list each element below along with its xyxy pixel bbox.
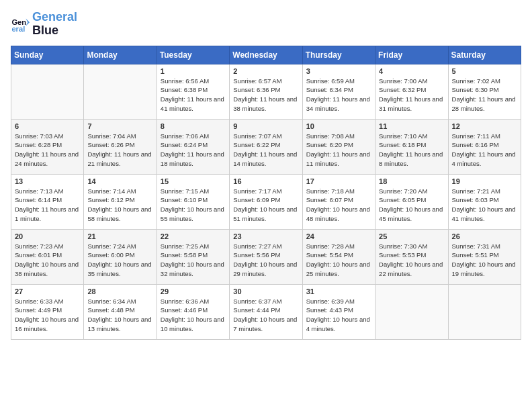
- day-info: Sunrise: 7:11 AM Sunset: 6:16 PM Dayligh…: [452, 132, 517, 169]
- day-number: 30: [233, 287, 298, 295]
- weekday-header-row: SundayMondayTuesdayWednesdayThursdayFrid…: [11, 46, 521, 64]
- day-number: 20: [15, 232, 80, 240]
- day-number: 15: [161, 177, 226, 185]
- day-number: 2: [233, 67, 298, 75]
- day-info: Sunrise: 7:08 AM Sunset: 6:20 PM Dayligh…: [306, 132, 371, 169]
- calendar-week-row: 1Sunrise: 6:56 AM Sunset: 6:38 PM Daylig…: [11, 64, 521, 119]
- calendar-week-row: 27Sunrise: 6:33 AM Sunset: 4:49 PM Dayli…: [11, 284, 521, 339]
- calendar-cell: 24Sunrise: 7:28 AM Sunset: 5:54 PM Dayli…: [302, 229, 375, 284]
- day-info: Sunrise: 7:30 AM Sunset: 5:53 PM Dayligh…: [379, 242, 444, 279]
- day-info: Sunrise: 6:34 AM Sunset: 4:48 PM Dayligh…: [87, 297, 152, 334]
- day-info: Sunrise: 7:27 AM Sunset: 5:56 PM Dayligh…: [233, 242, 298, 279]
- day-number: 22: [161, 232, 226, 240]
- calendar-cell: 13Sunrise: 7:13 AM Sunset: 6:14 PM Dayli…: [11, 174, 84, 229]
- day-number: 29: [161, 287, 226, 295]
- svg-text:eral: eral: [11, 25, 25, 33]
- logo-text: GeneralBlue: [32, 11, 77, 38]
- weekday-header: Sunday: [11, 46, 84, 64]
- day-info: Sunrise: 7:04 AM Sunset: 6:26 PM Dayligh…: [87, 132, 152, 169]
- day-info: Sunrise: 7:17 AM Sunset: 6:09 PM Dayligh…: [233, 187, 298, 224]
- day-info: Sunrise: 7:23 AM Sunset: 6:01 PM Dayligh…: [15, 242, 80, 279]
- day-info: Sunrise: 6:39 AM Sunset: 4:43 PM Dayligh…: [306, 297, 371, 334]
- day-info: Sunrise: 7:13 AM Sunset: 6:14 PM Dayligh…: [15, 187, 80, 224]
- day-number: 12: [452, 122, 517, 130]
- calendar-cell: [375, 284, 448, 339]
- calendar-week-row: 6Sunrise: 7:03 AM Sunset: 6:28 PM Daylig…: [11, 119, 521, 174]
- calendar-cell: 2Sunrise: 6:57 AM Sunset: 6:36 PM Daylig…: [230, 64, 302, 119]
- day-info: Sunrise: 7:31 AM Sunset: 5:51 PM Dayligh…: [452, 242, 517, 279]
- calendar-cell: 20Sunrise: 7:23 AM Sunset: 6:01 PM Dayli…: [11, 229, 84, 284]
- day-number: 21: [87, 232, 152, 240]
- calendar-cell: 29Sunrise: 6:36 AM Sunset: 4:46 PM Dayli…: [157, 284, 229, 339]
- day-info: Sunrise: 7:20 AM Sunset: 6:05 PM Dayligh…: [379, 187, 444, 224]
- day-number: 23: [233, 232, 298, 240]
- calendar-cell: 1Sunrise: 6:56 AM Sunset: 6:38 PM Daylig…: [157, 64, 229, 119]
- calendar-week-row: 13Sunrise: 7:13 AM Sunset: 6:14 PM Dayli…: [11, 174, 521, 229]
- weekday-header: Thursday: [302, 46, 375, 64]
- day-number: 17: [306, 177, 371, 185]
- day-number: 27: [15, 287, 80, 295]
- calendar-cell: 9Sunrise: 7:07 AM Sunset: 6:22 PM Daylig…: [230, 119, 302, 174]
- day-number: 7: [87, 122, 152, 130]
- day-info: Sunrise: 7:14 AM Sunset: 6:12 PM Dayligh…: [87, 187, 152, 224]
- day-number: 10: [306, 122, 371, 130]
- day-number: 24: [306, 232, 371, 240]
- day-info: Sunrise: 7:06 AM Sunset: 6:24 PM Dayligh…: [161, 132, 226, 169]
- day-info: Sunrise: 7:24 AM Sunset: 6:00 PM Dayligh…: [87, 242, 152, 279]
- day-number: 11: [379, 122, 444, 130]
- day-number: 14: [87, 177, 152, 185]
- weekday-header: Tuesday: [157, 46, 229, 64]
- calendar-cell: 18Sunrise: 7:20 AM Sunset: 6:05 PM Dayli…: [375, 174, 448, 229]
- calendar-cell: 25Sunrise: 7:30 AM Sunset: 5:53 PM Dayli…: [375, 229, 448, 284]
- calendar-cell: 5Sunrise: 7:02 AM Sunset: 6:30 PM Daylig…: [448, 64, 521, 119]
- day-info: Sunrise: 7:00 AM Sunset: 6:32 PM Dayligh…: [379, 77, 444, 113]
- day-number: 28: [87, 287, 152, 295]
- calendar-cell: 3Sunrise: 6:59 AM Sunset: 6:34 PM Daylig…: [302, 64, 375, 119]
- calendar-cell: 26Sunrise: 7:31 AM Sunset: 5:51 PM Dayli…: [448, 229, 521, 284]
- day-number: 4: [379, 67, 444, 75]
- day-info: Sunrise: 7:18 AM Sunset: 6:07 PM Dayligh…: [306, 187, 371, 224]
- day-info: Sunrise: 6:33 AM Sunset: 4:49 PM Dayligh…: [15, 297, 80, 334]
- day-number: 3: [306, 67, 371, 75]
- day-number: 1: [161, 67, 226, 75]
- day-number: 13: [15, 177, 80, 185]
- calendar-cell: 23Sunrise: 7:27 AM Sunset: 5:56 PM Dayli…: [230, 229, 302, 284]
- calendar-cell: 15Sunrise: 7:15 AM Sunset: 6:10 PM Dayli…: [157, 174, 229, 229]
- day-number: 18: [379, 177, 444, 185]
- day-info: Sunrise: 6:57 AM Sunset: 6:36 PM Dayligh…: [233, 77, 298, 113]
- day-info: Sunrise: 7:03 AM Sunset: 6:28 PM Dayligh…: [15, 132, 80, 169]
- calendar-cell: 8Sunrise: 7:06 AM Sunset: 6:24 PM Daylig…: [157, 119, 229, 174]
- day-number: 5: [452, 67, 517, 75]
- calendar-cell: 22Sunrise: 7:25 AM Sunset: 5:58 PM Dayli…: [157, 229, 229, 284]
- calendar-cell: 4Sunrise: 7:00 AM Sunset: 6:32 PM Daylig…: [375, 64, 448, 119]
- logo-icon: Gen eral: [11, 15, 30, 34]
- calendar-cell: 31Sunrise: 6:39 AM Sunset: 4:43 PM Dayli…: [302, 284, 375, 339]
- calendar-cell: 6Sunrise: 7:03 AM Sunset: 6:28 PM Daylig…: [11, 119, 84, 174]
- day-number: 9: [233, 122, 298, 130]
- day-info: Sunrise: 7:02 AM Sunset: 6:30 PM Dayligh…: [452, 77, 517, 113]
- calendar-cell: 14Sunrise: 7:14 AM Sunset: 6:12 PM Dayli…: [84, 174, 157, 229]
- calendar-week-row: 20Sunrise: 7:23 AM Sunset: 6:01 PM Dayli…: [11, 229, 521, 284]
- day-info: Sunrise: 6:59 AM Sunset: 6:34 PM Dayligh…: [306, 77, 371, 113]
- day-info: Sunrise: 6:37 AM Sunset: 4:44 PM Dayligh…: [233, 297, 298, 334]
- calendar-cell: 19Sunrise: 7:21 AM Sunset: 6:03 PM Dayli…: [448, 174, 521, 229]
- day-number: 26: [452, 232, 517, 240]
- day-info: Sunrise: 7:25 AM Sunset: 5:58 PM Dayligh…: [161, 242, 226, 279]
- day-number: 8: [161, 122, 226, 130]
- day-info: Sunrise: 7:21 AM Sunset: 6:03 PM Dayligh…: [452, 187, 517, 224]
- day-info: Sunrise: 6:36 AM Sunset: 4:46 PM Dayligh…: [161, 297, 226, 334]
- calendar-cell: [448, 284, 521, 339]
- calendar-cell: 16Sunrise: 7:17 AM Sunset: 6:09 PM Dayli…: [230, 174, 302, 229]
- calendar-cell: 17Sunrise: 7:18 AM Sunset: 6:07 PM Dayli…: [302, 174, 375, 229]
- calendar-table: SundayMondayTuesdayWednesdayThursdayFrid…: [11, 46, 521, 340]
- weekday-header: Wednesday: [230, 46, 302, 64]
- page-header: Gen eral GeneralBlue: [11, 11, 521, 38]
- day-number: 16: [233, 177, 298, 185]
- day-info: Sunrise: 6:56 AM Sunset: 6:38 PM Dayligh…: [161, 77, 226, 113]
- weekday-header: Monday: [84, 46, 157, 64]
- svg-marker-2: [26, 18, 30, 26]
- calendar-cell: 28Sunrise: 6:34 AM Sunset: 4:48 PM Dayli…: [84, 284, 157, 339]
- calendar-cell: 21Sunrise: 7:24 AM Sunset: 6:00 PM Dayli…: [84, 229, 157, 284]
- calendar-cell: 12Sunrise: 7:11 AM Sunset: 6:16 PM Dayli…: [448, 119, 521, 174]
- logo: Gen eral GeneralBlue: [11, 11, 77, 38]
